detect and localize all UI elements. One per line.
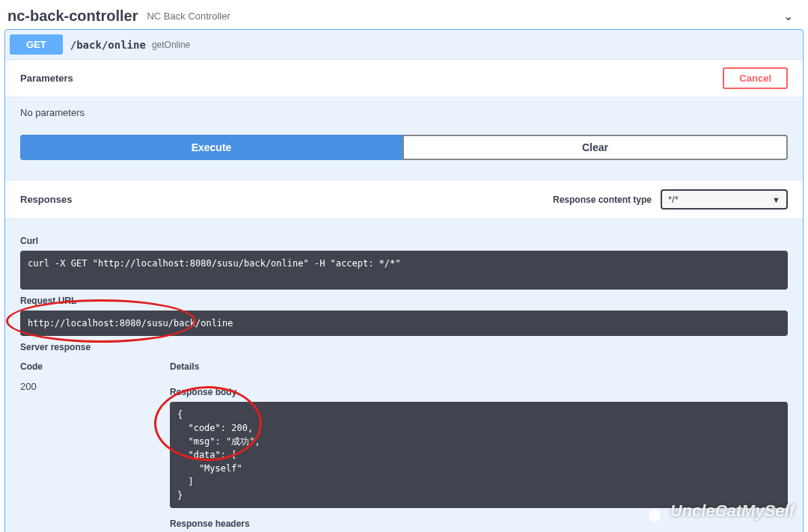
responses-header: Responses Response content type */* ▼ (5, 180, 803, 219)
operation-path: /back/online (70, 39, 146, 51)
section-description: NC Back Controller (147, 10, 230, 22)
execute-row: Execute Clear (20, 135, 788, 160)
chevron-down-icon[interactable]: ⌄ (783, 9, 793, 23)
wechat-icon (649, 510, 661, 522)
content-type-label: Response content type (553, 195, 652, 205)
content-type-value: */* (668, 194, 679, 205)
content-type-select[interactable]: */* ▼ (661, 189, 788, 210)
operation-block: GET /back/online getOnline Parameters Ca… (4, 29, 804, 532)
watermark: UncleCatMySelf (639, 501, 795, 522)
curl-label: Curl (20, 236, 788, 246)
chevron-down-icon: ▼ (772, 195, 780, 204)
server-response-label: Server response (20, 342, 788, 352)
response-body-label: Response body (170, 387, 788, 397)
content-type-group: Response content type */* ▼ (553, 189, 788, 210)
clear-button[interactable]: Clear (403, 135, 788, 160)
no-parameters-text: No parameters (20, 107, 788, 118)
execute-button[interactable]: Execute (20, 135, 403, 160)
parameters-body: No parameters Execute Clear (5, 97, 803, 175)
responses-title: Responses (20, 194, 72, 205)
curl-command[interactable]: curl -X GET "http://localhost:8080/susu/… (20, 251, 788, 290)
operation-summary[interactable]: GET /back/online getOnline (5, 30, 803, 59)
details-column-header: Details (170, 357, 788, 376)
operation-description: getOnline (152, 40, 190, 50)
code-column-header: Code (20, 357, 170, 376)
parameters-title: Parameters (20, 73, 73, 84)
http-method-badge: GET (10, 34, 63, 55)
request-url-label: Request URL (20, 296, 788, 306)
status-code: 200 (20, 376, 170, 397)
section-tag: nc-back-controller (7, 7, 138, 25)
request-url-value[interactable]: http://localhost:8080/susu/back/online (20, 311, 788, 336)
cancel-button[interactable]: Cancel (723, 67, 788, 89)
parameters-header: Parameters Cancel (5, 59, 803, 97)
response-body-value[interactable]: { "code": 200, "msg": "成功", "data": [ "M… (170, 402, 788, 508)
section-header[interactable]: nc-back-controller NC Back Controller ⌄ (0, 0, 808, 29)
watermark-text: UncleCatMySelf (670, 501, 795, 521)
live-response: Curl curl -X GET "http://localhost:8080/… (5, 219, 803, 532)
